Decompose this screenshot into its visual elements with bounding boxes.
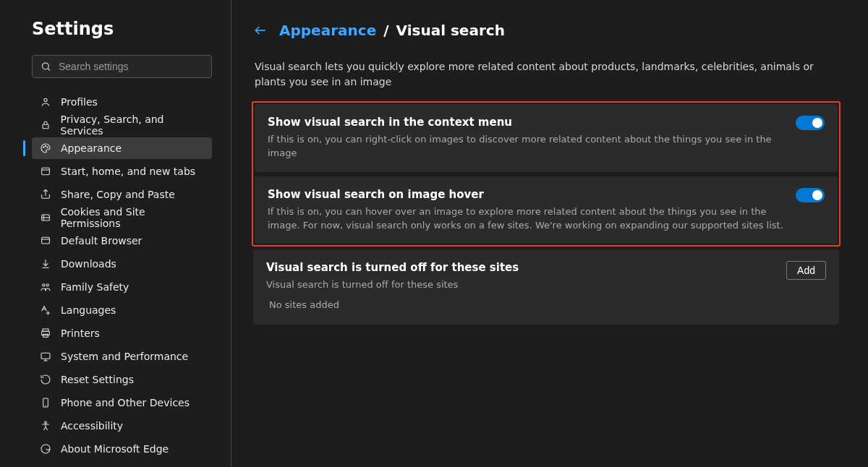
sidebar-item-printers[interactable]: Printers bbox=[32, 322, 212, 344]
sidebar-item-label: Accessibility bbox=[61, 420, 123, 432]
family-icon bbox=[39, 281, 52, 293]
sidebar-item-share[interactable]: Share, Copy and Paste bbox=[32, 184, 212, 205]
printer-icon bbox=[39, 327, 52, 339]
sidebar-nav: Profiles Privacy, Search, and Services A… bbox=[32, 91, 212, 460]
sidebar-item-default-browser[interactable]: Default Browser bbox=[32, 230, 212, 252]
browser-icon bbox=[39, 235, 52, 247]
sidebar-item-label: Phone and Other Devices bbox=[61, 397, 190, 408]
svg-point-4 bbox=[43, 147, 44, 147]
back-icon[interactable] bbox=[253, 23, 268, 38]
search-wrap bbox=[32, 55, 212, 78]
svg-point-16 bbox=[43, 284, 45, 286]
phone-icon bbox=[39, 397, 52, 408]
sidebar-item-label: About Microsoft Edge bbox=[61, 443, 169, 455]
blocklist-empty: No sites added bbox=[266, 292, 826, 313]
card-context-menu: Show visual search in the context menu I… bbox=[255, 104, 838, 172]
sidebar-item-phone[interactable]: Phone and Other Devices bbox=[32, 392, 212, 414]
download-icon bbox=[39, 258, 52, 270]
sidebar-item-label: Cookies and Site Permissions bbox=[61, 206, 206, 229]
sidebar-item-start[interactable]: Start, home, and new tabs bbox=[32, 160, 212, 182]
sidebar-item-privacy[interactable]: Privacy, Search, and Services bbox=[32, 114, 212, 136]
svg-rect-22 bbox=[41, 353, 50, 359]
sidebar-item-downloads[interactable]: Downloads bbox=[32, 253, 212, 275]
settings-cards: Show visual search in the context menu I… bbox=[253, 101, 839, 325]
system-icon bbox=[39, 351, 52, 362]
svg-rect-21 bbox=[43, 334, 48, 337]
lock-icon bbox=[39, 119, 52, 131]
card-title: Show visual search in the context menu bbox=[268, 116, 784, 129]
share-icon bbox=[39, 189, 52, 200]
card-desc: If this is on, you can hover over an ima… bbox=[268, 205, 784, 233]
palette-icon bbox=[39, 142, 52, 154]
sidebar-item-family[interactable]: Family Safety bbox=[32, 276, 212, 298]
sidebar-item-profiles[interactable]: Profiles bbox=[32, 91, 212, 113]
card-image-hover: Show visual search on image hover If thi… bbox=[255, 176, 838, 244]
svg-rect-3 bbox=[43, 124, 48, 128]
svg-point-5 bbox=[45, 145, 46, 146]
sidebar-item-label: Downloads bbox=[61, 258, 116, 270]
card-title: Show visual search on image hover bbox=[268, 188, 784, 201]
sidebar-item-label: Privacy, Search, and Services bbox=[61, 113, 206, 137]
sidebar-item-label: Profiles bbox=[61, 96, 98, 108]
accessibility-icon bbox=[39, 420, 52, 432]
card-desc: If this is on, you can right-click on im… bbox=[268, 133, 784, 160]
search-icon bbox=[41, 61, 51, 72]
edge-icon bbox=[39, 443, 52, 455]
sidebar-item-label: Printers bbox=[61, 327, 100, 339]
breadcrumb-separator: / bbox=[383, 22, 388, 39]
sidebar-item-cookies[interactable]: Cookies and Site Permissions bbox=[32, 207, 212, 228]
svg-point-27 bbox=[45, 421, 47, 424]
card-blocklist: Visual search is turned off for these si… bbox=[253, 249, 839, 325]
svg-rect-7 bbox=[42, 168, 50, 174]
window-icon bbox=[39, 166, 52, 177]
sidebar-item-label: Appearance bbox=[61, 142, 122, 154]
breadcrumb-current: Visual search bbox=[396, 22, 505, 39]
breadcrumb: Appearance / Visual search bbox=[253, 22, 839, 39]
svg-line-1 bbox=[48, 69, 50, 71]
sidebar-item-label: Share, Copy and Paste bbox=[61, 189, 175, 200]
svg-point-6 bbox=[47, 147, 48, 147]
card-title: Visual search is turned off for these si… bbox=[266, 261, 775, 274]
sidebar-item-label: Reset Settings bbox=[61, 374, 134, 385]
svg-point-2 bbox=[44, 98, 47, 101]
sidebar-item-label: Family Safety bbox=[61, 281, 129, 293]
settings-main: Appearance / Visual search Visual search… bbox=[231, 0, 868, 467]
sidebar-item-label: System and Performance bbox=[61, 351, 188, 362]
highlight-box: Show visual search in the context menu I… bbox=[252, 101, 841, 247]
settings-title: Settings bbox=[32, 19, 212, 39]
languages-icon bbox=[39, 304, 52, 316]
sidebar-item-label: Languages bbox=[61, 304, 116, 316]
svg-rect-13 bbox=[42, 237, 50, 244]
section-intro: Visual search lets you quickly explore m… bbox=[255, 59, 819, 90]
toggle-image-hover[interactable] bbox=[796, 188, 825, 202]
breadcrumb-parent[interactable]: Appearance bbox=[279, 22, 376, 39]
toggle-context-menu[interactable] bbox=[796, 116, 825, 130]
sidebar-item-about[interactable]: About Microsoft Edge bbox=[32, 438, 212, 460]
svg-point-17 bbox=[46, 284, 48, 286]
sidebar-item-label: Start, home, and new tabs bbox=[61, 166, 195, 177]
cookies-icon bbox=[39, 212, 52, 223]
profile-icon bbox=[39, 96, 52, 108]
card-desc: Visual search is turned off for these si… bbox=[266, 278, 775, 292]
add-site-button[interactable]: Add bbox=[786, 261, 826, 280]
sidebar-item-reset[interactable]: Reset Settings bbox=[32, 369, 212, 390]
sidebar-item-label: Default Browser bbox=[61, 235, 142, 247]
sidebar-item-system[interactable]: System and Performance bbox=[32, 346, 212, 367]
sidebar-item-appearance[interactable]: Appearance bbox=[32, 137, 212, 159]
settings-sidebar: Settings Profiles Privacy, Search, and S… bbox=[0, 0, 231, 467]
sidebar-item-accessibility[interactable]: Accessibility bbox=[32, 415, 212, 437]
search-input[interactable] bbox=[32, 55, 212, 78]
reset-icon bbox=[39, 374, 52, 385]
svg-point-0 bbox=[43, 63, 49, 69]
sidebar-item-languages[interactable]: Languages bbox=[32, 299, 212, 321]
